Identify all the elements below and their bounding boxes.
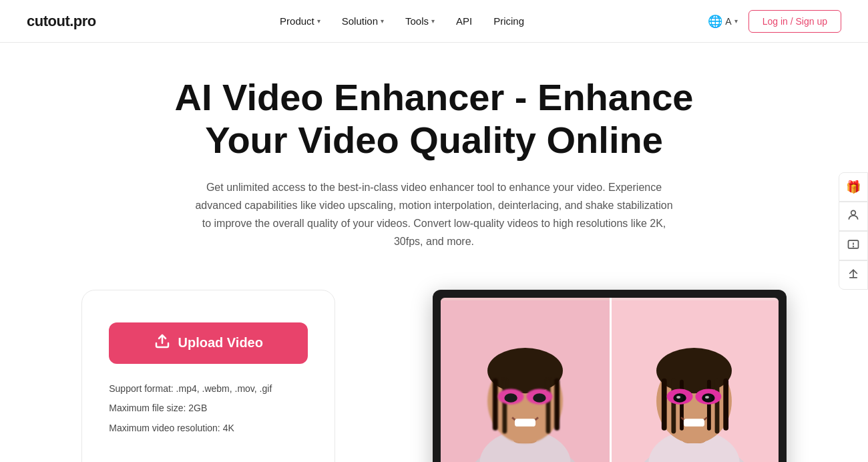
- upload-icon: [154, 333, 170, 353]
- svg-point-34: [676, 396, 680, 399]
- sidebar-buttons: 🎁: [839, 172, 868, 290]
- svg-point-40: [853, 246, 854, 246]
- svg-point-13: [504, 393, 517, 403]
- hero-subtitle: Get unlimited access to the best-in-clas…: [194, 178, 674, 251]
- svg-point-21: [656, 348, 732, 393]
- svg-rect-9: [554, 378, 560, 430]
- svg-rect-8: [502, 378, 507, 433]
- before-after-divider: [610, 298, 612, 462]
- upload-info: Support format: .mp4, .webm, .mov, .gif …: [109, 383, 308, 442]
- upload-video-button[interactable]: Upload Video: [109, 322, 308, 364]
- nav-pricing[interactable]: Pricing: [493, 15, 524, 27]
- svg-rect-10: [546, 378, 550, 433]
- svg-rect-25: [723, 378, 728, 430]
- svg-point-14: [533, 393, 546, 403]
- upload-arrow-icon: [847, 267, 860, 284]
- svg-rect-27: [707, 379, 711, 430]
- video-preview: [433, 290, 787, 462]
- svg-point-6: [487, 348, 563, 393]
- hero-title: AI Video Enhancer - Enhance Your Video Q…: [134, 76, 734, 162]
- svg-rect-24: [680, 379, 684, 430]
- svg-rect-23: [671, 378, 676, 433]
- resolution-info: Maximum video resolution: 4K: [109, 422, 308, 435]
- gift-icon: 🎁: [846, 180, 861, 194]
- header-right: 🌐 A ▾ Log in / Sign up: [708, 10, 841, 33]
- nav: Product ▾ Solution ▾ Tools ▾ API Pricing: [280, 15, 524, 27]
- content-row: Upload Video Support format: .mp4, .webm…: [27, 283, 841, 462]
- svg-rect-22: [662, 378, 667, 430]
- user-button[interactable]: [839, 202, 868, 231]
- nav-solution[interactable]: Solution ▾: [342, 15, 384, 27]
- main-content: AI Video Enhancer - Enhance Your Video Q…: [0, 43, 868, 462]
- chevron-down-icon: ▾: [431, 17, 435, 25]
- svg-rect-36: [684, 419, 704, 427]
- monitor: [433, 290, 787, 462]
- chevron-down-icon: ▾: [734, 17, 738, 25]
- format-info: Support format: .mp4, .webm, .mov, .gif: [109, 383, 308, 396]
- svg-point-35: [705, 396, 709, 399]
- upload-card: Upload Video Support format: .mp4, .webm…: [81, 290, 335, 462]
- size-info: Maximum file size: 2GB: [109, 402, 308, 415]
- before-image: [441, 298, 610, 462]
- logo[interactable]: cutout.pro: [27, 13, 96, 30]
- upload-side-button[interactable]: [839, 260, 868, 290]
- user-icon: [847, 208, 860, 225]
- nav-tools[interactable]: Tools ▾: [405, 15, 435, 27]
- alert-icon: [847, 238, 860, 254]
- gift-button[interactable]: 🎁: [839, 172, 868, 202]
- svg-point-37: [851, 210, 856, 215]
- login-button[interactable]: Log in / Sign up: [748, 10, 841, 33]
- language-selector[interactable]: 🌐 A ▾: [708, 14, 737, 29]
- nav-api[interactable]: API: [456, 15, 472, 27]
- svg-rect-26: [714, 378, 719, 433]
- header: cutout.pro Product ▾ Solution ▾ Tools ▾ …: [0, 0, 868, 43]
- svg-rect-15: [515, 419, 535, 427]
- screen: [441, 298, 779, 462]
- upload-section: Upload Video Support format: .mp4, .webm…: [81, 290, 393, 462]
- after-image: [610, 298, 779, 462]
- nav-product[interactable]: Product ▾: [280, 15, 320, 27]
- translate-icon: 🌐: [708, 14, 722, 29]
- svg-rect-7: [493, 378, 498, 430]
- chevron-down-icon: ▾: [317, 17, 320, 25]
- chevron-down-icon: ▾: [381, 17, 384, 25]
- alert-button[interactable]: [839, 231, 868, 260]
